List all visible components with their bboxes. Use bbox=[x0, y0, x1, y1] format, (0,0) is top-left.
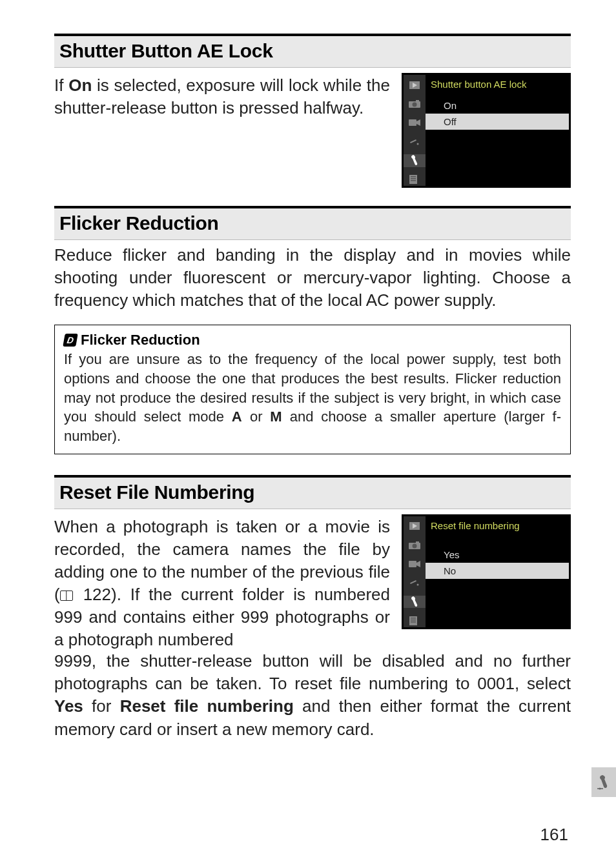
text-fragment: is selected, exposure will lock while th… bbox=[54, 76, 390, 117]
lcd-tab-strip bbox=[404, 516, 426, 627]
text-fragment: If bbox=[54, 76, 68, 95]
svg-rect-11 bbox=[411, 178, 416, 179]
svg-rect-4 bbox=[416, 100, 419, 102]
camera-lcd-reset: Reset file numbering Yes No bbox=[402, 514, 571, 629]
svg-rect-5 bbox=[409, 119, 416, 126]
movie-tab-icon bbox=[404, 117, 426, 129]
camera-tab-icon bbox=[404, 97, 426, 110]
lcd-title: Reset file numbering bbox=[426, 516, 569, 539]
svg-point-16 bbox=[413, 543, 417, 548]
body-text-flicker: Reduce flicker and banding in the displa… bbox=[54, 244, 571, 312]
text-bold-on: On bbox=[68, 76, 92, 95]
svg-marker-6 bbox=[416, 119, 420, 126]
svg-rect-18 bbox=[409, 561, 416, 567]
page-ref-icon bbox=[60, 590, 73, 601]
svg-rect-10 bbox=[411, 176, 416, 177]
svg-rect-7 bbox=[410, 139, 416, 143]
text-fragment: or bbox=[242, 409, 270, 425]
recent-tab-icon bbox=[404, 174, 426, 186]
svg-rect-25 bbox=[411, 621, 416, 623]
section-heading-reset: Reset File Numbering bbox=[54, 475, 571, 509]
setup-tab-icon bbox=[404, 596, 426, 608]
text-fragment: for bbox=[83, 696, 120, 716]
svg-rect-23 bbox=[411, 618, 416, 619]
retouch-tab-icon bbox=[404, 577, 426, 589]
camera-tab-icon bbox=[404, 539, 426, 551]
lcd-tab-strip bbox=[404, 75, 426, 186]
text-bold-reset: Reset file numbering bbox=[120, 696, 294, 716]
svg-point-8 bbox=[417, 143, 419, 145]
lcd-title: Shutter button AE lock bbox=[426, 75, 569, 97]
mode-m: M bbox=[270, 409, 282, 425]
svg-marker-19 bbox=[416, 561, 420, 567]
setup-tab-icon bbox=[404, 154, 426, 167]
lcd-content: Reset file numbering Yes No bbox=[426, 516, 569, 627]
note-title: D Flicker Reduction bbox=[64, 332, 561, 348]
note-box-flicker: D Flicker Reduction If you are unsure as… bbox=[54, 325, 571, 454]
svg-point-3 bbox=[413, 102, 417, 106]
note-title-text: Flicker Reduction bbox=[81, 332, 200, 348]
retouch-tab-icon bbox=[404, 136, 426, 148]
recent-tab-icon bbox=[404, 614, 426, 627]
body-text-reset-bottom: 9999, the shutter-release button will be… bbox=[54, 650, 571, 740]
page-ref-number: 122 bbox=[83, 585, 111, 604]
playback-tab-icon bbox=[404, 79, 426, 91]
lcd-option-on: On bbox=[426, 97, 569, 114]
mode-a: A bbox=[232, 409, 242, 425]
text-bold-yes: Yes bbox=[54, 696, 83, 716]
lcd-option-no: No bbox=[426, 563, 569, 579]
page-number: 161 bbox=[540, 825, 568, 845]
camera-lcd-ae-lock: Shutter button AE lock On Off bbox=[402, 73, 571, 188]
playback-tab-icon bbox=[404, 520, 426, 532]
body-text-reset-top: When a photograph is taken or a movie is… bbox=[54, 516, 390, 652]
note-body: If you are unsure as to the frequency of… bbox=[64, 350, 561, 445]
svg-point-21 bbox=[417, 584, 419, 586]
text-fragment: 9999, the shutter-release button will be… bbox=[54, 651, 571, 693]
lcd-content: Shutter button AE lock On Off bbox=[426, 75, 569, 186]
movie-tab-icon bbox=[404, 558, 426, 570]
section-heading-ae-lock: Shutter Button AE Lock bbox=[54, 34, 571, 68]
body-text-ae-lock: If On is selected, exposure will lock wh… bbox=[54, 74, 390, 119]
svg-rect-17 bbox=[416, 541, 419, 543]
section-heading-flicker: Flicker Reduction bbox=[54, 206, 571, 240]
svg-rect-27 bbox=[597, 788, 603, 789]
svg-rect-24 bbox=[411, 620, 416, 621]
note-icon: D bbox=[63, 334, 78, 347]
lcd-option-off: Off bbox=[426, 114, 569, 130]
lcd-option-yes: Yes bbox=[426, 547, 569, 563]
thumb-tab-setup bbox=[591, 767, 616, 797]
svg-rect-20 bbox=[410, 580, 416, 584]
svg-rect-12 bbox=[411, 180, 416, 181]
